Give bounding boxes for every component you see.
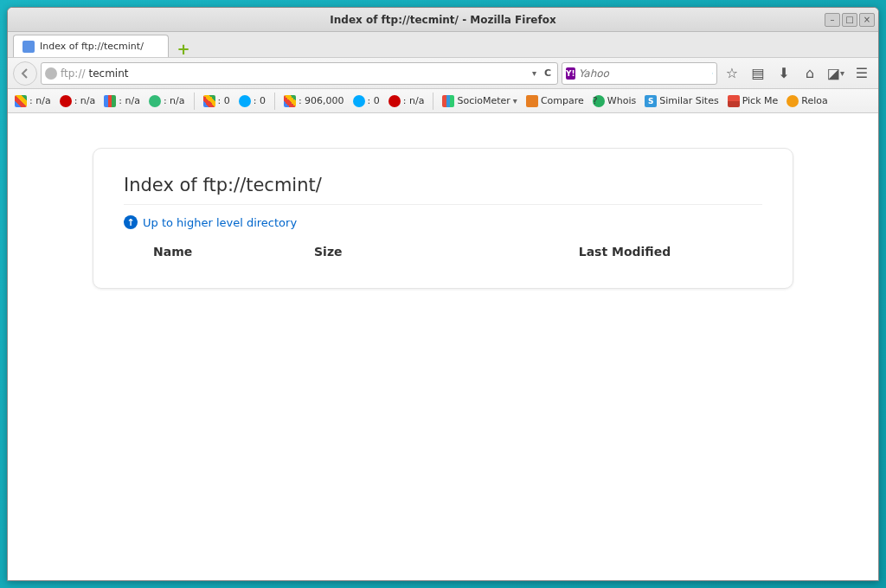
search-input[interactable] <box>579 67 709 80</box>
bookmark-item[interactable]: : n/a <box>60 95 96 107</box>
column-size: Size <box>314 245 487 259</box>
directory-header-row: Name Size Last Modified <box>124 241 762 262</box>
bookmark-compare[interactable]: Compare <box>526 95 584 107</box>
bookmark-pickme[interactable]: Pick Me <box>728 95 779 107</box>
bookmark-item[interactable]: : 0 <box>203 95 230 107</box>
separator <box>433 93 433 110</box>
minimize-button[interactable]: – <box>825 13 840 27</box>
bookmark-sociometer[interactable]: SocioMeter▾ <box>442 95 517 107</box>
separator <box>274 93 275 110</box>
tab-favicon-icon <box>22 41 35 53</box>
google-icon <box>203 95 215 107</box>
whois-icon: ? <box>593 95 605 107</box>
similar-icon: S <box>645 95 657 107</box>
url-actions: ▾ C <box>532 67 554 80</box>
globe-icon <box>45 67 57 80</box>
home-icon[interactable]: ⌂ <box>799 62 821 85</box>
multi-icon <box>104 95 116 107</box>
url-protocol: ftp:// <box>61 67 85 80</box>
titlebar: Index of ftp://tecmint/ - Mozilla Firefo… <box>8 8 878 32</box>
yahoo-icon: Y! <box>566 67 575 80</box>
url-input[interactable] <box>88 67 529 80</box>
directory-listing-card: Index of ftp://tecmint/ ↑ Up to higher l… <box>93 148 793 289</box>
browser-window: Index of ftp://tecmint/ - Mozilla Firefo… <box>7 7 879 581</box>
pick-icon <box>728 95 740 107</box>
bing-icon <box>353 95 365 107</box>
url-bar[interactable]: ftp:// ▾ C <box>41 62 558 85</box>
svg-point-0 <box>712 73 713 74</box>
window-title: Index of ftp://tecmint/ - Mozilla Firefo… <box>330 14 555 26</box>
menu-icon[interactable]: ☰ <box>851 62 873 85</box>
chevron-down-icon: ▾ <box>513 96 517 105</box>
bookmark-item[interactable]: : n/a <box>149 95 185 107</box>
bookmark-star-icon[interactable]: ☆ <box>721 62 743 85</box>
close-button[interactable]: × <box>859 13 875 27</box>
bookmark-item[interactable]: : n/a <box>15 95 51 107</box>
bookmark-whois[interactable]: ?Whois <box>593 95 636 107</box>
bookmark-item[interactable]: : n/a <box>388 95 425 107</box>
column-modified: Last Modified <box>487 245 762 259</box>
page-content: Index of ftp://tecmint/ ↑ Up to higher l… <box>8 113 878 580</box>
tab-label: Index of ftp://tecmint/ <box>40 41 144 52</box>
compare-icon <box>526 95 538 107</box>
bookmark-reload[interactable]: Reloa <box>786 95 827 107</box>
up-link-label: Up to higher level directory <box>143 216 297 229</box>
google-icon <box>15 95 27 107</box>
arrow-up-icon: ↑ <box>124 215 138 229</box>
back-button[interactable] <box>13 61 37 86</box>
reading-list-icon[interactable]: ▤ <box>747 62 769 85</box>
alexa-icon <box>388 95 401 107</box>
bookmark-item[interactable]: : 0 <box>239 95 266 107</box>
maximize-button[interactable]: □ <box>842 13 857 27</box>
new-tab-button[interactable]: + <box>174 40 193 57</box>
alexa-icon <box>60 95 72 107</box>
bookmark-item[interactable]: : 0 <box>353 95 380 107</box>
tab-active[interactable]: Index of ftp://tecmint/ <box>13 35 169 57</box>
navigation-toolbar: ftp:// ▾ C Y! ☆ ▤ ⬇ ⌂ ◪▾ ☰ <box>8 58 878 89</box>
reload-icon <box>786 95 799 107</box>
separator <box>194 93 195 110</box>
reload-icon[interactable]: C <box>542 67 554 80</box>
bookmark-toolbar: : n/a : n/a : n/a : n/a : 0 : 0 : 906,00… <box>8 89 878 113</box>
addon-icon[interactable]: ◪▾ <box>825 62 847 85</box>
window-controls: – □ × <box>825 13 875 27</box>
bookmark-item[interactable]: : n/a <box>104 95 140 107</box>
bookmark-item[interactable]: : 906,000 <box>284 95 344 107</box>
arrow-left-icon <box>20 68 30 79</box>
bookmark-similar[interactable]: SSimilar Sites <box>645 95 718 107</box>
page-heading: Index of ftp://tecmint/ <box>124 175 762 205</box>
search-icon[interactable] <box>712 67 713 80</box>
sociometer-icon <box>442 95 454 107</box>
alpha-icon <box>149 95 161 107</box>
bing-icon <box>239 95 251 107</box>
tab-bar: Index of ftp://tecmint/ + <box>8 32 878 58</box>
google-icon <box>284 95 296 107</box>
chevron-down-icon[interactable]: ▾ <box>532 68 536 78</box>
up-directory-link[interactable]: ↑ Up to higher level directory <box>124 215 762 229</box>
search-bar[interactable]: Y! <box>562 62 717 85</box>
downloads-icon[interactable]: ⬇ <box>773 62 795 85</box>
column-name: Name <box>124 245 314 259</box>
